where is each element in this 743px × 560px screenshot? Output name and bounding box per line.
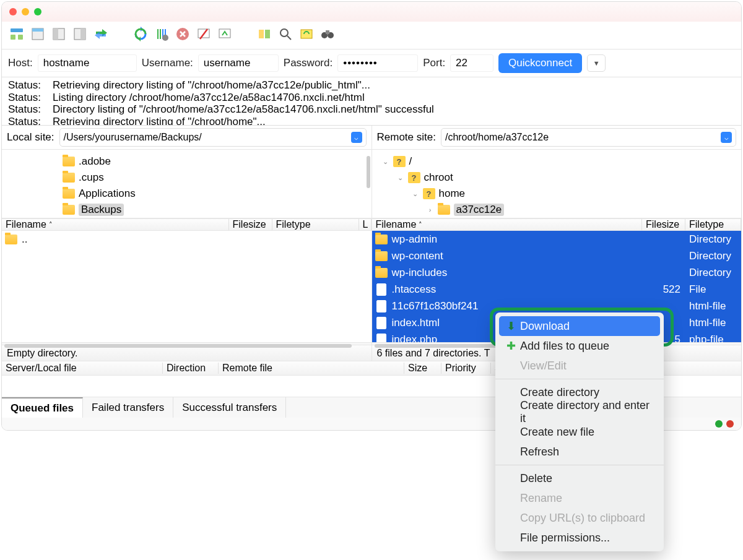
svg-rect-13 (259, 30, 264, 38)
toolbar (2, 22, 741, 49)
tree-item[interactable]: ⌄?chroot (377, 170, 737, 186)
zoom-window-button[interactable] (34, 8, 41, 15)
disclosure-icon[interactable]: ⌄ (382, 158, 389, 166)
file-type: Directory (685, 267, 741, 279)
folder-icon (375, 251, 388, 261)
menu-separator (495, 465, 664, 465)
disclosure-icon[interactable]: › (427, 206, 434, 213)
log-text: Directory listing of "/chroot/home/a37cc… (53, 103, 434, 116)
tree-item-label: a37cc12e (454, 204, 505, 216)
log-label: Status: (8, 116, 53, 126)
tree-item[interactable]: ⌄?home (377, 186, 737, 202)
file-row[interactable]: 11c67f1c830bf241html-file (372, 298, 742, 314)
port-input[interactable] (450, 54, 493, 72)
transfer-tab[interactable]: Failed transfers (83, 397, 173, 418)
remote-columns-header[interactable]: Filename˄ Filesize Filetype (372, 218, 742, 231)
local-file-list[interactable]: .. (2, 231, 372, 342)
log-text: Retrieving directory listing of "/chroot… (53, 116, 266, 126)
site-manager-button[interactable] (8, 27, 25, 44)
menu-item-label: View/Edit (520, 360, 567, 373)
svg-rect-6 (53, 28, 58, 40)
context-menu: ⬇Download✚Add files to queueView/EditCre… (495, 312, 664, 551)
close-window-button[interactable] (9, 8, 17, 15)
site-manager-icon (9, 27, 24, 44)
disconnect-button[interactable] (195, 27, 212, 44)
local-columns-header[interactable]: Filename˄ Filesize Filetype L (2, 218, 372, 231)
tree-item[interactable]: Applications (7, 186, 367, 202)
toggle-remote-tree-button[interactable] (71, 27, 89, 44)
message-log[interactable]: Status:Retrieving directory listing of "… (2, 77, 741, 126)
sync-browse-button[interactable] (92, 27, 110, 44)
tree-item[interactable]: ›a37cc12e (377, 202, 737, 218)
file-type: Directory (685, 250, 741, 262)
menu-item-delete[interactable]: Delete (495, 468, 664, 488)
disclosure-icon[interactable]: ⌄ (412, 190, 419, 198)
password-input[interactable] (337, 54, 418, 72)
local-hscroll[interactable] (2, 342, 372, 345)
svg-rect-1 (11, 35, 15, 40)
tree-item-label: .adobe (79, 155, 111, 168)
titlebar[interactable] (2, 2, 741, 22)
folder-icon (63, 205, 75, 215)
menu-item-label: Create directory (520, 386, 599, 399)
col-last[interactable]: L (363, 219, 368, 230)
tree-item[interactable]: Backups (7, 202, 367, 218)
menu-item-refresh[interactable]: Refresh (495, 442, 664, 462)
username-input[interactable] (198, 54, 279, 72)
transfer-tab[interactable]: Successful transfers (173, 397, 286, 418)
file-row[interactable]: wp-includesDirectory (372, 264, 742, 281)
toggle-log-button[interactable] (29, 27, 46, 44)
file-row[interactable]: wp-adminDirectory (372, 231, 742, 248)
password-label: Password: (284, 57, 332, 69)
minimize-window-button[interactable] (22, 8, 29, 15)
queue-col[interactable]: Remote file (219, 363, 404, 374)
menu-item-create-directory-and-enter-it[interactable]: Create directory and enter it (495, 402, 664, 422)
menu-item-copy-url-s-to-clipboard: Copy URL(s) to clipboard (495, 508, 664, 528)
menu-item-download[interactable]: ⬇Download (499, 316, 660, 336)
file-row[interactable]: wp-contentDirectory (372, 248, 742, 264)
quickconnect-button[interactable]: Quickconnect (498, 53, 582, 73)
col-filesize[interactable]: Filesize (233, 219, 266, 230)
cancel-button[interactable] (174, 27, 191, 44)
cancel-icon (175, 27, 190, 44)
scrollbar-thumb[interactable] (367, 156, 370, 188)
col-filename[interactable]: Filename (6, 219, 46, 230)
remote-site-combo[interactable]: /chroot/home/a37cc12e ⌵ (441, 128, 736, 147)
menu-item-label: File permissions... (520, 532, 610, 545)
local-tree[interactable]: .adobe.cupsApplicationsBackups (2, 150, 372, 218)
refresh-button[interactable] (132, 27, 149, 44)
auto-sync-button[interactable] (298, 27, 315, 44)
tree-item[interactable]: ⌄?/ (377, 153, 737, 170)
col-filename[interactable]: Filename (376, 219, 417, 230)
tree-item[interactable]: .adobe (7, 153, 367, 170)
menu-item-add-files-to-queue[interactable]: ✚Add files to queue (495, 336, 664, 356)
local-site-combo[interactable]: /Users/yourusername/Backups/ ⌵ (59, 128, 367, 147)
col-filetype[interactable]: Filetype (276, 219, 311, 230)
toggle-local-tree-button[interactable] (50, 27, 67, 44)
file-row[interactable]: .. (2, 231, 372, 248)
queue-col[interactable]: Server/Local file (2, 363, 163, 374)
host-input[interactable] (38, 54, 137, 72)
menu-item-file-permissions-[interactable]: File permissions... (495, 528, 664, 548)
col-filetype[interactable]: Filetype (689, 219, 724, 230)
file-type: Directory (685, 233, 741, 246)
tree-item-label: chroot (424, 171, 453, 184)
binoculars-button[interactable] (319, 27, 336, 44)
transfer-tab[interactable]: Queued files (2, 397, 83, 418)
queue-col[interactable]: Priority (441, 363, 491, 374)
remote-tree[interactable]: ⌄?/⌄?chroot⌄?home›a37cc12e (372, 150, 742, 218)
sort-asc-icon: ˄ (49, 221, 53, 229)
process-queue-button[interactable] (153, 27, 170, 44)
queue-col[interactable]: Size (404, 363, 441, 374)
svg-rect-19 (326, 30, 329, 34)
disclosure-icon[interactable]: ⌄ (397, 174, 404, 182)
file-row[interactable]: .htaccess522File (372, 281, 742, 298)
tree-item-label: Applications (79, 187, 136, 200)
quickconnect-history-button[interactable]: ▼ (587, 54, 606, 72)
col-filesize[interactable]: Filesize (646, 219, 679, 230)
directory-compare-button[interactable] (256, 27, 273, 44)
reconnect-button[interactable] (216, 27, 233, 44)
queue-col[interactable]: Direction (163, 363, 219, 374)
tree-item[interactable]: .cups (7, 170, 367, 186)
search-button[interactable] (277, 27, 294, 44)
